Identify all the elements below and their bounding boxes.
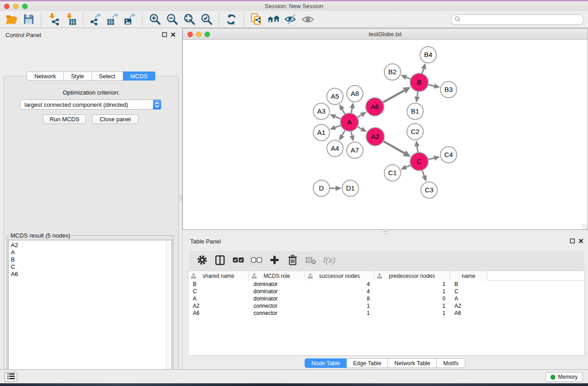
tab-select[interactable]: Select: [92, 71, 123, 81]
duplicate-network-button[interactable]: [248, 12, 265, 27]
graph-node-B1[interactable]: B1: [407, 103, 423, 119]
table-cell[interactable]: 1: [305, 310, 374, 316]
graph-node-A6[interactable]: A6: [366, 98, 384, 116]
column-header-successor-nodes[interactable]: successor nodes: [305, 271, 374, 281]
table-row[interactable]: Cdominator41C: [188, 288, 584, 295]
tab-mcds[interactable]: MCDS: [123, 71, 155, 81]
horizontal-splitter[interactable]: [182, 230, 588, 235]
run-mcds-button[interactable]: Run MCDS: [43, 114, 86, 124]
graph-node-A3[interactable]: A3: [313, 103, 330, 119]
graph-node-C[interactable]: C: [410, 152, 428, 171]
table-cell[interactable]: A: [188, 295, 249, 302]
mcds-result-scrollbar[interactable]: [166, 240, 172, 386]
table-cell[interactable]: C: [188, 288, 249, 295]
table-row[interactable]: A6connector11A6: [188, 310, 584, 317]
select-all-checks-button[interactable]: [230, 253, 246, 268]
column-header-mcds-role[interactable]: MCDS role: [249, 271, 305, 281]
tab-network[interactable]: Network: [27, 71, 64, 81]
table-cell[interactable]: A6: [450, 310, 488, 316]
table-cell[interactable]: A2: [188, 303, 249, 309]
graph-node-A5[interactable]: A5: [327, 88, 343, 105]
graph-node-B4[interactable]: B4: [420, 47, 436, 63]
mcds-result-item[interactable]: A: [11, 249, 172, 256]
table-cell[interactable]: C: [450, 288, 488, 295]
tab-node-table[interactable]: Node Table: [305, 358, 347, 368]
vertical-splitter-grip[interactable]: [180, 195, 182, 202]
graph-node-A4[interactable]: A4: [327, 140, 343, 157]
column-header-predecessor-nodes[interactable]: predecessor nodes: [374, 271, 450, 281]
table-cell[interactable]: 4: [305, 288, 374, 295]
graph-node-A[interactable]: A: [340, 113, 359, 131]
table-cell[interactable]: 1: [374, 310, 450, 316]
mcds-result-item[interactable]: A2: [11, 242, 172, 249]
add-column-button[interactable]: [267, 253, 282, 268]
table-row[interactable]: A2connector11A2: [188, 302, 584, 310]
tab-network-table[interactable]: Network Table: [388, 358, 437, 368]
criterion-dropdown[interactable]: largest connected component (directed): [20, 100, 161, 110]
table-cell[interactable]: A2: [450, 303, 488, 309]
table-row[interactable]: Bdominator41B: [188, 281, 584, 288]
open-file-button[interactable]: [3, 12, 20, 27]
table-cell[interactable]: 1: [374, 288, 450, 295]
task-history-button[interactable]: [5, 372, 17, 382]
column-header-shared-name[interactable]: shared name: [188, 271, 249, 281]
search-field[interactable]: [451, 14, 584, 25]
tab-motifs[interactable]: Motifs: [437, 358, 465, 368]
graph-node-B3[interactable]: B3: [440, 81, 457, 98]
tab-edge-table[interactable]: Edge Table: [347, 358, 388, 368]
graph-node-A7[interactable]: A7: [347, 142, 363, 158]
table-cell[interactable]: B: [188, 281, 249, 287]
import-table-button[interactable]: [62, 12, 79, 27]
mcds-result-item[interactable]: B: [11, 256, 172, 263]
table-cell[interactable]: 1: [374, 281, 450, 287]
export-network-button[interactable]: [87, 12, 104, 27]
graph-node-D[interactable]: D: [313, 180, 330, 196]
table-cell[interactable]: 1: [305, 303, 374, 309]
table-cell[interactable]: connector: [249, 310, 305, 316]
memory-button[interactable]: Memory: [545, 372, 583, 382]
float-panel-icon[interactable]: [162, 32, 167, 38]
table-cell[interactable]: A: [450, 295, 488, 302]
deselect-all-checks-button[interactable]: [249, 253, 264, 268]
zoom-out-button[interactable]: [163, 12, 181, 27]
table-cell[interactable]: dominator: [249, 281, 305, 287]
refresh-button[interactable]: [223, 12, 240, 27]
save-session-button[interactable]: [20, 12, 37, 27]
horizontal-splitter-grip[interactable]: [383, 231, 388, 234]
table-cell[interactable]: connector: [249, 303, 305, 309]
export-table-button[interactable]: [104, 12, 121, 27]
mcds-result-item[interactable]: C: [11, 263, 172, 271]
column-header-name[interactable]: name: [450, 271, 488, 281]
zoom-in-button[interactable]: [146, 12, 163, 27]
export-image-button[interactable]: [121, 12, 139, 27]
hide-selected-button[interactable]: [282, 12, 299, 27]
table-cell[interactable]: dominator: [249, 295, 305, 302]
graph-node-D1[interactable]: D1: [342, 180, 359, 196]
graph-node-B2[interactable]: B2: [384, 64, 401, 80]
close-table-panel-icon[interactable]: [578, 238, 584, 244]
close-panel-button[interactable]: Close panel: [92, 114, 139, 124]
table-cell[interactable]: 1: [374, 303, 450, 309]
graph-node-C4[interactable]: C4: [440, 147, 457, 163]
mcds-result-item[interactable]: A6: [11, 271, 172, 278]
close-panel-icon[interactable]: [170, 32, 176, 38]
search-input[interactable]: [461, 16, 583, 24]
graph-node-C3[interactable]: C3: [421, 182, 437, 198]
network-window-titlebar[interactable]: testGlobe.txt: [183, 29, 588, 40]
graph-node-C1[interactable]: C1: [384, 165, 401, 181]
table-cell[interactable]: 8: [305, 295, 374, 302]
table-cell[interactable]: B: [450, 281, 488, 287]
settings-button[interactable]: [194, 253, 210, 268]
tab-style[interactable]: Style: [64, 71, 92, 81]
delete-column-button[interactable]: [285, 253, 300, 268]
window-resize-grip[interactable]: [582, 224, 588, 229]
zoom-fit-button[interactable]: [181, 12, 198, 27]
table-cell[interactable]: dominator: [249, 288, 305, 295]
column-view-button[interactable]: [212, 253, 228, 268]
graph-node-A1[interactable]: A1: [313, 124, 330, 141]
graph-node-C2[interactable]: C2: [407, 124, 423, 140]
graph-node-A8[interactable]: A8: [347, 86, 363, 102]
float-table-panel-icon[interactable]: [569, 238, 575, 244]
table-cell[interactable]: 0: [374, 295, 450, 302]
import-network-button[interactable]: [45, 12, 62, 27]
